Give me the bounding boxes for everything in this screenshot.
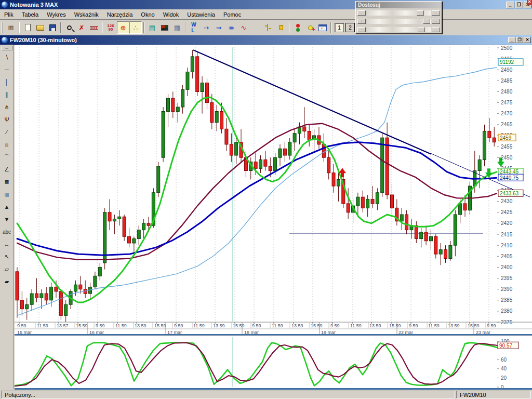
candle <box>259 159 262 168</box>
price-tick-label: 2500 <box>501 45 513 51</box>
slider-left-button[interactable]: · <box>357 10 366 16</box>
candle <box>454 215 457 245</box>
layout-grid-icon[interactable]: ⊞ <box>5 21 17 34</box>
price-tick-label: 2480 <box>501 89 513 95</box>
time-tick-label: 11:59 <box>350 323 362 328</box>
alert-add-icon[interactable] <box>304 21 316 34</box>
slider-left-button[interactable]: · <box>357 27 366 32</box>
quote-table-icon[interactable]: ▤ <box>146 21 158 34</box>
save-icon[interactable] <box>46 21 59 34</box>
value-label: 2433.63 <box>500 191 519 196</box>
menu-wykres[interactable]: Wykres <box>43 10 70 19</box>
time-tick-label: 13:57 <box>57 323 69 328</box>
delete-icon[interactable]: ✗ <box>75 21 88 34</box>
view-layout-1-button[interactable]: 1 <box>335 23 344 32</box>
time-tick-label: 13:59 <box>448 323 460 328</box>
candle <box>171 98 175 111</box>
slider-thumb[interactable] <box>418 27 425 32</box>
menu-ustawienia[interactable]: Ustawienia <box>183 10 219 19</box>
dots-pattern-icon[interactable]: ∴ <box>129 21 142 34</box>
panel-divider[interactable] <box>15 388 532 390</box>
chart-window-titlebar[interactable]: FW20M10 (30-minutowo) _ ❐ ✕ <box>0 35 532 45</box>
price-tick-label: 2385 <box>501 297 513 303</box>
slider-thumb[interactable] <box>417 10 424 16</box>
candle-chart-icon[interactable] <box>275 21 287 34</box>
zoom-icon[interactable] <box>63 21 75 34</box>
slider-thumb[interactable] <box>423 19 430 24</box>
signal-dots-icon[interactable] <box>291 21 304 34</box>
candle <box>20 300 23 309</box>
slider-track[interactable] <box>367 10 431 16</box>
chart-plot-area[interactable]: 2500249524902485248024752470246524602455… <box>0 45 532 336</box>
time-tick-label: 15:59 <box>76 323 88 328</box>
candle <box>225 129 228 144</box>
slider-track[interactable] <box>367 27 431 32</box>
chart-restore-button[interactable]: ❐ <box>516 37 523 43</box>
window-add-icon[interactable] <box>316 21 329 34</box>
wl-icon: WL <box>191 22 196 33</box>
candle <box>142 223 145 230</box>
candle <box>196 57 199 92</box>
menu-tabela[interactable]: Tabela <box>18 10 43 19</box>
restore-button[interactable]: ❐ <box>515 2 523 8</box>
ohlc-chart-icon <box>267 24 273 31</box>
menu-pomoc[interactable]: Pomoc <box>219 10 245 19</box>
price-tick-label: 2470 <box>501 111 513 116</box>
ruler-icon[interactable] <box>88 21 100 34</box>
line-chart-icon[interactable]: ∿ <box>237 21 250 34</box>
corner-close-icon[interactable]: ✕ <box>527 0 532 5</box>
time-tick-label: 13:59 <box>135 323 147 328</box>
menu-okno[interactable]: Okno <box>137 10 158 19</box>
candle <box>94 276 97 287</box>
price-tick-label: 2395 <box>501 275 513 281</box>
chart-close-button[interactable]: ✕ <box>524 37 531 43</box>
candle <box>444 250 447 259</box>
candle <box>98 267 101 276</box>
candle <box>459 204 462 215</box>
price-tick-label: 2415 <box>501 232 513 237</box>
bar-chart-icon[interactable] <box>250 21 262 34</box>
menu-plik[interactable]: Plik <box>0 10 18 19</box>
wl-icon[interactable]: WL <box>188 21 200 34</box>
candle <box>332 173 335 186</box>
price-tick-label: 2405 <box>501 254 513 259</box>
dostosuj-dialog[interactable]: Dostosuj ······ <box>355 1 442 34</box>
dialog-title[interactable]: Dostosuj <box>356 2 442 8</box>
crosshair-icon[interactable]: ⊕ <box>117 21 129 34</box>
ohlc-chart-icon[interactable] <box>262 21 275 34</box>
new-file-icon[interactable] <box>21 21 34 34</box>
dashed-line3-icon[interactable]: ⇻ <box>225 21 237 34</box>
dashed-line1-icon[interactable]: ⇢ <box>200 21 212 34</box>
time-tick-label: 15:59 <box>389 323 401 328</box>
time-tick-label: 13:59 <box>291 323 303 328</box>
candle <box>128 236 131 243</box>
candle <box>235 142 238 155</box>
slider-right-button[interactable]: · <box>432 27 440 32</box>
slider-right-button[interactable]: · <box>432 19 440 24</box>
candle <box>210 103 214 123</box>
toolbar: ⊞✗12690⊕∴▤▦WL⇢⇝⇻∿1234 <box>0 20 532 35</box>
candle <box>361 197 364 208</box>
slider-left-button[interactable]: · <box>357 19 366 24</box>
slider-track[interactable] <box>367 19 431 24</box>
price-tick-label: 2465 <box>501 122 513 127</box>
view-layout-2-button[interactable]: 2 <box>345 23 355 32</box>
open-folder-icon[interactable] <box>34 21 46 34</box>
chart-minimize-button[interactable]: _ <box>508 37 515 43</box>
oscillator-panel[interactable]: 100604020090.57 <box>0 336 532 388</box>
slider-right-button[interactable]: · <box>432 10 440 16</box>
menu-wskaźnik[interactable]: Wskaźnik <box>70 10 103 19</box>
minimize-button[interactable]: _ <box>506 2 514 8</box>
grid-table-icon[interactable]: ▦ <box>171 21 183 34</box>
numbers-icon: 12690 <box>107 24 114 31</box>
candle <box>356 197 360 206</box>
numbers-icon[interactable]: 12690 <box>104 21 117 34</box>
color-table-icon[interactable] <box>158 21 171 34</box>
oscillator-tick-label: 60 <box>501 357 507 363</box>
window-add-icon <box>318 24 327 31</box>
dashed-line2-icon[interactable]: ⇝ <box>212 21 225 34</box>
candle <box>269 166 272 170</box>
menu-widok[interactable]: Widok <box>159 10 183 19</box>
signal-dots-icon <box>296 24 300 32</box>
menu-narzędzia[interactable]: Narzędzia <box>103 10 137 19</box>
